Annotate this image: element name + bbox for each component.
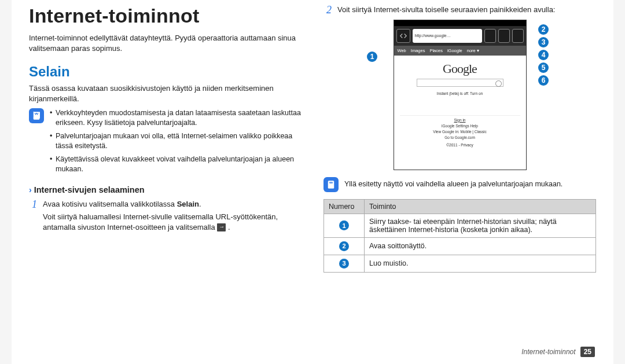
google-logo: Google [400, 61, 520, 76]
toolbar-icon[interactable] [512, 29, 524, 43]
browser-toolbar: http://www.google… [394, 26, 526, 46]
browser-body: Google Instant (beta) is off: Turn on Si… [394, 56, 526, 153]
page-number: 25 [580, 347, 595, 357]
step-2: 2 Voit siirtyä Internet-sivulta toiselle… [323, 5, 596, 17]
page-title: Internet-toiminnot [29, 5, 302, 27]
back-forward-button[interactable] [396, 29, 410, 43]
section-heading: Selain [29, 64, 302, 80]
sub-heading: › Internet-sivujen selaaminen [29, 185, 302, 194]
step-1: 1 Avaa kotisivu valitsemalla valikkotila… [29, 199, 302, 234]
intro-text: Internet-toiminnot edellyttävät datayhte… [29, 33, 302, 53]
note-icon [29, 108, 44, 123]
left-column: Internet-toiminnot Internet-toiminnot ed… [29, 5, 302, 273]
col-header-number: Numero [324, 199, 365, 214]
row-desc: Avaa soittonäyttö. [365, 237, 596, 255]
note-icon [323, 177, 339, 192]
callout-5: 5 [538, 62, 549, 73]
callout-4: 4 [538, 50, 549, 60]
status-bar [394, 20, 526, 26]
callout-1: 1 [367, 52, 377, 62]
chevron-icon: › [29, 185, 32, 194]
phone-illustration: 1 2 3 4 5 6 http://www.google… [323, 20, 596, 170]
url-field[interactable]: http://www.google… [413, 29, 482, 43]
row-desc: Siirry taakse- tai eteenpäin Internet-hi… [365, 214, 596, 237]
right-column: 2 Voit siirtyä Internet-sivulta toiselle… [323, 5, 596, 273]
callout-3: 3 [538, 37, 549, 47]
toolbar-icon[interactable] [484, 29, 496, 43]
phone-screen: http://www.google… Web Images Places iGo… [394, 20, 527, 170]
callout-2: 2 [538, 24, 549, 35]
step-number-icon: 2 [323, 5, 332, 17]
function-table: Numero Toiminto 1 Siirry taakse- tai ete… [323, 199, 596, 273]
note-block-1: Verkkoyhteyden muodostamisesta ja datan … [29, 108, 302, 177]
row-number: 2 [324, 237, 365, 255]
row-number: 3 [324, 255, 365, 272]
col-header-function: Toiminto [365, 199, 596, 214]
note-item: Verkkoyhteyden muodostamisesta ja datan … [50, 108, 302, 128]
row-desc: Luo muistio. [365, 255, 596, 272]
search-box[interactable] [417, 79, 503, 87]
note-item: Käytettävissä olevat kuvakkeet voivat va… [50, 155, 302, 174]
manual-page: Internet-toiminnot Internet-toiminnot ed… [12, 0, 613, 364]
note-block-2: Yllä esitetty näyttö voi vaihdella aluee… [323, 177, 596, 192]
row-number: 1 [324, 214, 365, 237]
callout-6: 6 [538, 75, 549, 86]
section-intro: Tässä osassa kuvataan suosikkisivustojen… [29, 83, 302, 104]
step-number-icon: 1 [29, 199, 37, 234]
note-item: Palveluntarjoajan mukaan voi olla, että … [50, 131, 302, 151]
toolbar-icon[interactable] [498, 29, 510, 43]
go-icon [217, 223, 226, 231]
page-footer: Internet-toiminnot 25 [521, 347, 595, 357]
browser-tabs: Web Images Places iGoogle nore ▾ [394, 46, 526, 56]
